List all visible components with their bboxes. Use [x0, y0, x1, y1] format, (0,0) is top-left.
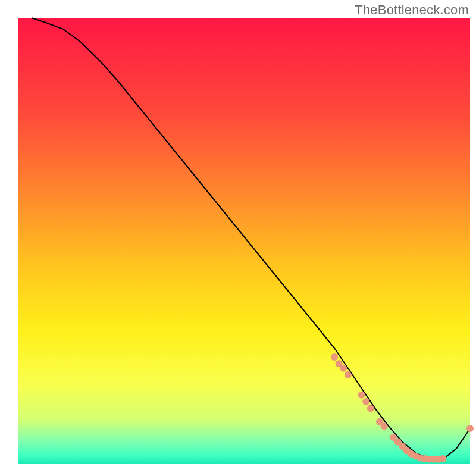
highlighted-point	[331, 353, 338, 361]
highlighted-point	[358, 392, 365, 399]
plot-background	[18, 18, 470, 464]
highlighted-point	[466, 425, 474, 432]
chart-container: TheBottleneck.com	[0, 0, 476, 476]
highlighted-point	[340, 365, 347, 372]
bottleneck-chart	[0, 0, 476, 476]
highlighted-point	[367, 405, 374, 412]
watermark-text: TheBottleneck.com	[355, 2, 469, 18]
highlighted-point	[345, 371, 352, 378]
highlighted-point	[362, 398, 369, 405]
highlighted-point	[381, 422, 388, 430]
highlighted-point	[439, 455, 446, 462]
